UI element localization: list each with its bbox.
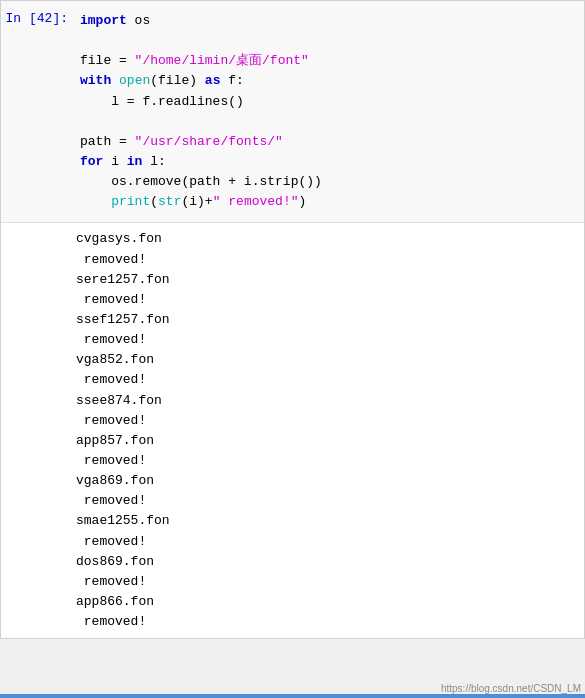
code-line-1: import os	[80, 11, 580, 31]
plain-indent2	[80, 194, 111, 209]
output-line-14: removed!	[76, 491, 584, 511]
output-line-12: removed!	[76, 451, 584, 471]
plain-i: i	[103, 154, 126, 169]
fn-open: open	[119, 73, 150, 88]
output-line-4: removed!	[76, 290, 584, 310]
cell-input: In [42]: import os file = "/home/limin/桌…	[1, 1, 584, 222]
plain-paren1: (	[150, 194, 158, 209]
watermark: https://blog.csdn.net/CSDN_LM	[441, 683, 581, 694]
code-line-9: os.remove(path + i.strip())	[80, 172, 580, 192]
plain-file: file =	[80, 53, 135, 68]
cell-output: cvgasys.fon removed! sere1257.fon remove…	[1, 222, 584, 638]
code-line-7: path = "/usr/share/fonts/"	[80, 132, 580, 152]
code-line-3: file = "/home/limin/桌面/font"	[80, 51, 580, 71]
str-removed: " removed!"	[213, 194, 299, 209]
output-line-10: removed!	[76, 411, 584, 431]
output-line-3: sere1257.fon	[76, 270, 584, 290]
plain-os-remove: os.remove(path + i.strip())	[80, 174, 322, 189]
output-line-7: vga852.fon	[76, 350, 584, 370]
cell-label: In [42]:	[1, 9, 76, 214]
output-line-18: removed!	[76, 572, 584, 592]
keyword-for: for	[80, 154, 103, 169]
output-line-13: vga869.fon	[76, 471, 584, 491]
code-line-4: with open(file) as f:	[80, 71, 580, 91]
output-line-17: dos869.fon	[76, 552, 584, 572]
plain-f-colon: f:	[220, 73, 243, 88]
output-line-9: ssee874.fon	[76, 391, 584, 411]
code-line-8: for i in l:	[80, 152, 580, 172]
cell-label-num: [42]:	[29, 11, 68, 26]
output-line-16: removed!	[76, 532, 584, 552]
code-line-5: l = f.readlines()	[80, 92, 580, 112]
output-line-2: removed!	[76, 250, 584, 270]
plain-space1	[111, 73, 119, 88]
str-path-val: "/usr/share/fonts/"	[135, 134, 283, 149]
plain-i-arg: (i)+	[181, 194, 212, 209]
cell-label-in: In	[6, 11, 22, 26]
output-line-6: removed!	[76, 330, 584, 350]
plain-l-colon: l:	[142, 154, 165, 169]
code-line-6	[80, 112, 580, 132]
keyword-with: with	[80, 73, 111, 88]
code-area: import os file = "/home/limin/桌面/font" w…	[76, 9, 584, 214]
fn-print: print	[111, 194, 150, 209]
code-line-2	[80, 31, 580, 51]
output-line-1: cvgasys.fon	[76, 229, 584, 249]
output-line-8: removed!	[76, 370, 584, 390]
str-file-path: "/home/limin/桌面/font"	[135, 53, 309, 68]
plain-file-arg: (file)	[150, 73, 205, 88]
notebook-cell: In [42]: import os file = "/home/limin/桌…	[0, 0, 585, 639]
plain-close-paren: )	[299, 194, 307, 209]
plain-os: os	[127, 13, 150, 28]
output-line-11: app857.fon	[76, 431, 584, 451]
keyword-in: in	[127, 154, 143, 169]
output-line-15: smae1255.fon	[76, 511, 584, 531]
code-line-10: print(str(i)+" removed!")	[80, 192, 580, 212]
output-line-19: app866.fon	[76, 592, 584, 612]
plain-path-eq: path =	[80, 134, 135, 149]
keyword-as: as	[205, 73, 221, 88]
fn-str-cast: str	[158, 194, 181, 209]
keyword-import: import	[80, 13, 127, 28]
output-line-5: ssef1257.fon	[76, 310, 584, 330]
output-line-20: removed!	[76, 612, 584, 632]
bottom-bar	[0, 694, 585, 698]
plain-readlines: l = f.readlines()	[80, 94, 244, 109]
